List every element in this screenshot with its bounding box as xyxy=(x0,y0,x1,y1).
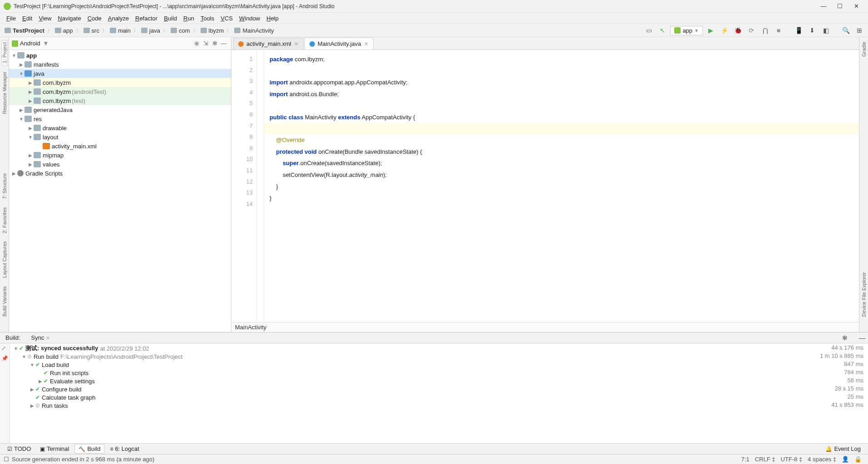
breadcrumb-src[interactable]: src xyxy=(82,26,101,35)
sync-gradle-icon[interactable]: ↖ xyxy=(657,25,668,36)
close-icon[interactable]: ✕ xyxy=(294,41,299,47)
layout-inspector-icon[interactable]: ◧ xyxy=(820,25,832,36)
build-settings-icon[interactable]: ✻ xyxy=(839,332,851,343)
inspection-icon[interactable]: 👤 xyxy=(839,456,852,463)
build-item[interactable]: ✔Run init scripts xyxy=(13,369,811,377)
lock-icon[interactable]: 🔒 xyxy=(852,456,864,463)
editor-breadcrumb[interactable]: MainActivity xyxy=(231,322,859,332)
menu-build[interactable]: Build xyxy=(161,14,180,23)
editor-tab-MainActivity-java[interactable]: MainActivity.java✕ xyxy=(304,38,373,49)
favorites-tab[interactable]: 2: Favorites xyxy=(2,205,7,235)
file-encoding[interactable]: UTF-8 ‡ xyxy=(778,456,805,463)
close-button[interactable]: ✕ xyxy=(848,1,864,12)
menu-file[interactable]: File xyxy=(4,14,19,23)
tree-node-pkg-androidtest[interactable]: com.lbyzm(androidTest) xyxy=(9,87,231,96)
terminal-tab[interactable]: ▣ Terminal xyxy=(36,444,73,453)
project-tree[interactable]: app manifests java com.lbyzm com.lbyzm(a… xyxy=(9,50,231,332)
avd-manager-icon[interactable]: 📱 xyxy=(793,25,804,36)
hide-build-panel-icon[interactable]: — xyxy=(856,332,868,343)
breadcrumb-app[interactable]: app xyxy=(53,26,75,35)
menu-view[interactable]: View xyxy=(36,14,54,23)
gradle-tab[interactable]: Gradle xyxy=(861,40,867,59)
breadcrumb-com[interactable]: com xyxy=(169,26,192,35)
run-configuration[interactable]: app ▼ xyxy=(670,26,703,35)
tree-node-layout[interactable]: layout xyxy=(9,132,231,142)
debug-button[interactable]: 🐞 xyxy=(732,25,744,36)
tree-node-mipmap[interactable]: mipmap xyxy=(9,151,231,160)
hide-panel-icon[interactable]: — xyxy=(219,39,228,48)
tree-node-pkg-test[interactable]: com.lbyzm(test) xyxy=(9,96,231,105)
profile-button[interactable]: ⟳ xyxy=(745,25,757,36)
run-button[interactable]: ▶ xyxy=(705,25,716,36)
menu-run[interactable]: Run xyxy=(181,14,197,23)
todo-tab[interactable]: ☑ TODO xyxy=(4,444,34,453)
menu-tools[interactable]: Tools xyxy=(198,14,217,23)
project-view-select[interactable]: Android ▼ xyxy=(20,40,192,47)
tree-node-res[interactable]: res xyxy=(9,114,231,123)
breadcrumb-java[interactable]: java xyxy=(139,26,162,35)
cursor-position[interactable]: 7:1 xyxy=(739,456,752,463)
tree-node-manifests[interactable]: manifests xyxy=(9,60,231,69)
minimize-button[interactable]: — xyxy=(815,1,832,12)
menu-help[interactable]: Help xyxy=(264,14,281,23)
build-item[interactable]: ▼⊘Run buildF:\LearningProjects\AndroidPr… xyxy=(13,352,811,361)
build-item[interactable]: ▶✔Configure build xyxy=(13,385,811,393)
build-item[interactable]: ▶⊘Run tasks xyxy=(13,401,811,410)
build-item[interactable]: ▼✔Load build xyxy=(13,361,811,369)
menu-refactor[interactable]: Refactor xyxy=(132,14,160,23)
tree-node-generatedjava[interactable]: generatedJava xyxy=(9,105,231,114)
line-separator[interactable]: CRLF ‡ xyxy=(752,456,778,463)
build-tab[interactable]: 🔨 Build xyxy=(74,444,104,454)
editor-body[interactable]: 1234567891011121314 package com.lbyzm; i… xyxy=(231,50,859,322)
breadcrumb-mainactivity[interactable]: MainActivity xyxy=(232,26,275,35)
layout-captures-tab[interactable]: Layout Captures xyxy=(2,239,7,280)
close-icon[interactable]: ✕ xyxy=(364,41,368,47)
collapse-all-icon[interactable]: ⇲ xyxy=(201,39,210,48)
build-tree[interactable]: ▼✔测试: synced successfullyat 2020/2/29 12… xyxy=(10,343,814,443)
breadcrumb-main[interactable]: main xyxy=(108,26,132,35)
device-select-icon[interactable]: ▭ xyxy=(643,25,655,36)
code-editor[interactable]: package com.lbyzm; import androidx.appco… xyxy=(264,50,859,322)
tree-node-java[interactable]: java xyxy=(9,69,231,78)
build-item[interactable]: ✔Calculate task graph xyxy=(13,393,811,401)
pin-icon[interactable]: 📌 xyxy=(1,355,9,362)
expand-all-icon[interactable]: ⤢ xyxy=(1,345,9,352)
build-root-row[interactable]: ▼✔测试: synced successfullyat 2020/2/29 12… xyxy=(13,344,811,352)
menu-edit[interactable]: Edit xyxy=(20,14,35,23)
sdk-manager-icon[interactable]: ⬇ xyxy=(806,25,818,36)
sync-tab[interactable]: Sync✕ xyxy=(29,333,53,342)
project-tool-tab[interactable]: 1: Project xyxy=(1,40,8,65)
tree-node-pkg-main[interactable]: com.lbyzm xyxy=(9,78,231,87)
tree-node-values[interactable]: values xyxy=(9,160,231,169)
project-structure-icon[interactable]: ⊞ xyxy=(853,25,865,36)
resource-manager-tab[interactable]: Resource Manager xyxy=(2,70,7,116)
tree-node-activity-main-xml[interactable]: activity_main.xml xyxy=(9,142,231,151)
device-file-explorer-tab[interactable]: Device File Explorer xyxy=(861,270,867,318)
tree-node-gradle-scripts[interactable]: Gradle Scripts xyxy=(9,169,231,178)
indent-config[interactable]: 4 spaces ‡ xyxy=(805,456,839,463)
menu-navigate[interactable]: Navigate xyxy=(55,14,83,23)
stop-button[interactable]: ■ xyxy=(773,25,785,36)
apply-changes-icon[interactable]: ⚡ xyxy=(718,25,730,36)
menu-code[interactable]: Code xyxy=(85,14,104,23)
status-icon[interactable]: ☐ xyxy=(4,456,9,463)
settings-icon[interactable]: ✻ xyxy=(210,39,219,48)
menu-vcs[interactable]: VCS xyxy=(218,14,235,23)
editor-tab-activity_main-xml[interactable]: activity_main.xml✕ xyxy=(233,38,304,49)
search-everywhere-icon[interactable]: 🔍 xyxy=(840,25,852,36)
tree-node-drawable[interactable]: drawable xyxy=(9,123,231,132)
close-icon[interactable]: ✕ xyxy=(46,335,50,341)
maximize-button[interactable]: ☐ xyxy=(832,1,848,12)
menu-analyze[interactable]: Analyze xyxy=(105,14,132,23)
build-item[interactable]: ▶✔Evaluate settings xyxy=(13,377,811,385)
menu-window[interactable]: Window xyxy=(236,14,263,23)
build-variants-tab[interactable]: Build Variants xyxy=(2,284,7,318)
select-opened-icon[interactable]: ⊕ xyxy=(192,39,201,48)
attach-debugger-icon[interactable]: ⋂ xyxy=(759,25,771,36)
breadcrumb-testproject[interactable]: TestProject xyxy=(3,26,46,35)
logcat-tab[interactable]: ≡ 6: Logcat xyxy=(106,444,143,453)
breadcrumb-lbyzm[interactable]: lbyzm xyxy=(199,26,226,35)
tree-node-app[interactable]: app xyxy=(9,51,231,60)
structure-tab[interactable]: 7: Structure xyxy=(2,171,7,201)
event-log-tab[interactable]: 🔔 Event Log xyxy=(822,444,864,453)
